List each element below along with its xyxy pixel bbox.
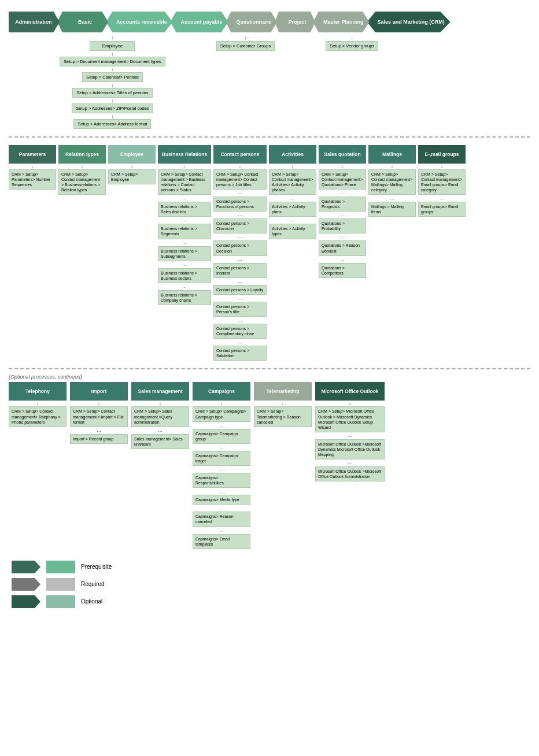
col-box-br-1: CRM > Setup> Contact management > Busine… <box>158 169 211 195</box>
col-email-groups: E-,mail groups ↓ CRM > Setup> Contact ma… <box>418 145 466 217</box>
col-header-parameters: Parameters <box>9 145 56 164</box>
basic-down-arrow: ↓ <box>111 35 114 41</box>
svg-marker-0 <box>12 561 40 573</box>
svg-marker-2 <box>12 578 40 591</box>
col-header-import: Import <box>70 382 128 401</box>
legend-prerequisite-arrow <box>12 561 40 573</box>
col-box-cp-2: Contact persons > Functions of persons <box>213 197 267 212</box>
section1: Administration Basic Accounts receivable… <box>6 6 533 132</box>
arrow-basic: Basic <box>57 12 108 32</box>
col-box-sm-2: Sales management> Sales unit/team <box>131 434 189 449</box>
col-box-params-1: CRM > Setup> Parameters> Number Sequence… <box>9 169 56 190</box>
legend-optional: Optional <box>12 595 527 608</box>
section2-columns: Parameters ↓ CRM > Setup> Parameters> Nu… <box>9 145 530 361</box>
section2: Parameters ↓ CRM > Setup> Parameters> Nu… <box>6 142 533 364</box>
dashed-separator-2 <box>9 368 530 369</box>
arrow-sales-marketing: Sales and Marketing (CRM) <box>367 12 451 32</box>
col-header-telemarketing: Telemarketing <box>254 382 312 401</box>
col-box-mso-2: Microsoft Office Outlook >Microsoft Dyna… <box>315 439 385 459</box>
col-employee: Employee ↓ CRM > Setup> Employee <box>108 145 156 184</box>
col-telephony: Telephony ↓ CRM > Setup> Contact managem… <box>9 382 67 427</box>
col-box-br-6: Business relations > Company chains <box>158 290 211 305</box>
col-business-relations: Business Relations ↓ CRM > Setup> Contac… <box>158 145 211 305</box>
col-header-relation-types: Relation types <box>58 145 106 164</box>
col-box-cp-1: CRM > Setup> Contact management> Contact… <box>213 169 267 190</box>
dashed-separator-1 <box>9 136 530 138</box>
col-box-tm-1: CRM > Setup> Telemarketing > Reason canc… <box>254 406 312 427</box>
col-box-mso-3: Microsoft Office Outlook >Microsoft Offi… <box>315 466 385 481</box>
ar-box-customer: Setup > Customer Groups <box>216 41 275 51</box>
col-box-cp-5: Contact persons > Interest <box>213 263 267 278</box>
col-box-sq-3: Quotations > Probability <box>319 218 366 234</box>
col-ms-outlook: Microsoft Office Outlook ↓ CRM > Setup> … <box>315 382 385 481</box>
col-box-br-2: Business relations > Sales districts <box>158 202 211 217</box>
col-contact-persons: Contact persons ↓ CRM > Setup> Contact m… <box>213 145 267 361</box>
col-header-sales-mgmt: Sales management <box>131 382 189 401</box>
legend-optional-arrow <box>12 595 40 608</box>
col-box-sm-1: CRM > Setup> Sales management >Query adm… <box>131 406 189 427</box>
arrow-project: Project <box>275 12 315 32</box>
basic-box-zip: Setup > Addresses> ZIP/Postal codes <box>72 103 153 113</box>
col-header-employee: Employee <box>108 145 156 164</box>
col-box-camp-2: Capmaigns> Campaign group <box>193 429 250 444</box>
col-activities: Activities ↓ CRM > Setup> Contact manage… <box>269 145 316 239</box>
legend-optional-label: Optional <box>81 598 102 605</box>
arrow-administration: Administration <box>9 12 60 32</box>
col-box-mail-2: Mailings > Mailing items <box>368 202 416 217</box>
col-header-telephony: Telephony <box>9 382 67 401</box>
legend-prerequisite-box <box>46 561 75 573</box>
col-box-sq-1: CRM > Setup> Contact management> Quotati… <box>319 169 366 190</box>
col-mailings: Mailings ↓ CRM > Setup> Contact manageme… <box>368 145 416 217</box>
col-box-eg-1: CRM > Setup> Contact management> Email g… <box>418 169 466 195</box>
basic-box-titles: Setup > Addresses> Titles of persons <box>72 88 152 98</box>
col-sales-mgmt: Sales management ↓ CRM > Setup> Sales ma… <box>131 382 189 449</box>
basic-box-document: Setup > Document management> Document ty… <box>60 57 165 66</box>
col-box-eg-2: Email groups> Email groups <box>418 202 466 217</box>
col-box-emp-1: CRM > Setup> Employee <box>108 169 156 184</box>
basic-chain: ↓ Employee ↓ Setup > Document management… <box>60 35 165 129</box>
col-box-camp-7: Capmaigns> Email templates <box>193 534 250 549</box>
chains-row: ↓ Employee ↓ Setup > Document management… <box>9 35 530 129</box>
section3-columns: Telephony ↓ CRM > Setup> Contact managem… <box>9 382 530 549</box>
col-header-ms-outlook: Microsoft Office Outlook <box>315 382 385 401</box>
col-box-br-3: Business relations > Segments <box>158 224 211 239</box>
ap-chain: ↓ Setup > Vendor groups <box>326 35 378 129</box>
col-header-activities: Activities <box>269 145 316 164</box>
col-header-campaigns: Campaigns <box>193 382 250 401</box>
col-header-email-groups: E-,mail groups <box>418 145 466 164</box>
ar-chain: ↓ Setup > Customer Groups <box>216 35 275 129</box>
col-box-cp-4: Contact persons > Decision <box>213 240 267 255</box>
col-box-cp-7: Contact persons > Person's title <box>213 302 267 317</box>
arrow-master-planning: Master Planning <box>313 12 370 32</box>
legend-optional-box <box>46 595 75 608</box>
col-header-sales-quotation: Sales quotation <box>319 145 366 164</box>
col-box-br-4: Business relations > Subsegments <box>158 246 211 261</box>
col-box-br-5: Business relations > Business sectors <box>158 268 211 283</box>
col-import: Import ↓ CRM > Setup> Contact management… <box>70 382 128 443</box>
col-box-act-2: Activities > Activity plans <box>269 202 316 217</box>
legend-required-arrow <box>12 578 40 591</box>
basic-box-calendar: Setup > Calendar> Periods <box>82 72 142 82</box>
arrow-questionnaire: Questionnaire <box>226 12 278 32</box>
legend-prerequisite: Prerequisite <box>12 561 527 573</box>
section3: Telephony ↓ CRM > Setup> Contact managem… <box>6 382 533 549</box>
col-box-camp-6: Capmaigns> Reason canceled <box>193 512 250 527</box>
col-box-cp-9: Contact persons > Salutation <box>213 346 267 361</box>
col-box-imp-1: CRM > Setup> Contact management > Import… <box>70 406 128 427</box>
col-box-sq-4: Quotations > Reason won/lost <box>319 240 366 255</box>
col-box-camp-1: CRM > Setup> Campaigns> Campaign type <box>193 406 250 421</box>
col-header-contact-persons: Contact persons <box>213 145 267 164</box>
col-box-imp-2: Import > Record group <box>70 434 128 444</box>
col-campaigns: Campaigns ↓ CRM > Setup> Campaigns> Camp… <box>193 382 250 549</box>
arrow-accounts-receivable: Accounts receivable <box>106 12 173 32</box>
col-relation-types: Relation types ↓ CRM > Setup> Contact ma… <box>58 145 106 195</box>
legend-required-box <box>46 578 75 591</box>
col-box-tel-1: CRM > Setup> Contact management> Telepho… <box>9 406 67 427</box>
col-parameters: Parameters ↓ CRM > Setup> Parameters> Nu… <box>9 145 56 190</box>
section3-label: (Optional processes, continued) <box>6 374 533 382</box>
col-box-camp-4: Capmaigns> Responsibilities <box>193 473 250 488</box>
col-telemarketing: Telemarketing ↓ CRM > Setup> Telemarketi… <box>254 382 312 427</box>
col-box-camp-5: Capmaigns> Media type <box>193 495 250 505</box>
svg-marker-4 <box>12 595 40 608</box>
col-box-cp-6: Contact persons > Loyalty <box>213 285 267 295</box>
